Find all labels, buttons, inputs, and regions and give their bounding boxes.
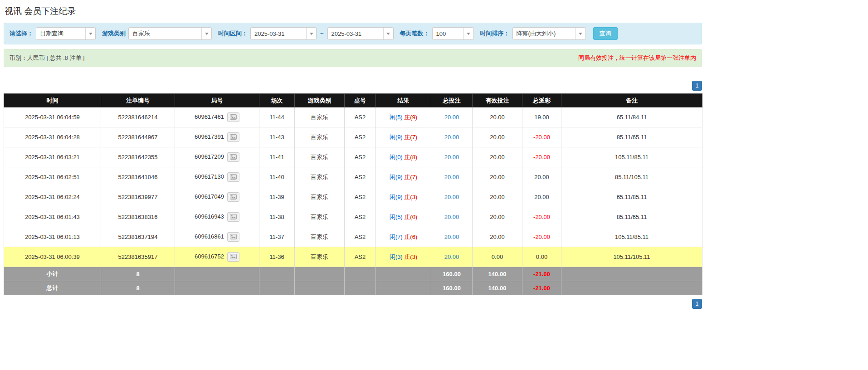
total-bet-link[interactable]: 20.00 [444, 214, 459, 220]
cell-result: 闲(9) 庄(3) [376, 187, 431, 207]
date-to-input[interactable] [328, 28, 383, 39]
cell-payout: -20.00 [522, 207, 561, 227]
sort-input[interactable] [513, 28, 575, 39]
game-type-input[interactable] [129, 28, 201, 39]
header-time: 时间 [4, 94, 101, 107]
footer-payout: -21.00 [522, 281, 561, 295]
cell-note: 85.11/105.11 [561, 167, 702, 187]
table-header-row: 时间 注单编号 局号 场次 游戏类别 桌号 结果 总投注 有效投注 总派彩 备注 [4, 94, 702, 107]
cell-bet-id: 522381646214 [101, 107, 175, 127]
cell-note: 65.11/84.11 [561, 107, 702, 127]
filter-label-sort: 时间排序： [480, 29, 510, 38]
round-id-text: 609617209 [195, 153, 224, 160]
page-title: 视讯 会员下注纪录 [5, 5, 702, 17]
cell-session: 11-39 [259, 187, 295, 207]
footer-count: 8 [101, 281, 175, 295]
footer-empty-note [561, 267, 702, 281]
video-replay-icon[interactable] [227, 172, 239, 182]
cell-result: 闲(5) 庄(0) [376, 207, 431, 227]
cell-note: 85.11/65.11 [561, 207, 702, 227]
cell-total-bet: 20.00 [431, 187, 473, 207]
footer-empty-session [259, 267, 295, 281]
chevron-down-icon[interactable] [383, 28, 393, 39]
result-player: 闲(9) [390, 194, 403, 200]
result-banker: 庄(3) [404, 194, 417, 200]
cell-total-bet: 20.00 [431, 207, 473, 227]
footer-valid-bet: 140.00 [473, 267, 522, 281]
cell-round-id: 609616943 [175, 207, 259, 227]
cell-result: 闲(9) 庄(7) [376, 127, 431, 147]
header-game-type: 游戏类别 [295, 94, 345, 107]
footer-valid-bet: 140.00 [473, 281, 522, 295]
cell-game-type: 百家乐 [295, 167, 345, 187]
query-type-select[interactable] [36, 27, 96, 40]
cell-table-no: AS2 [345, 227, 376, 247]
video-replay-icon[interactable] [227, 132, 239, 142]
cell-game-type: 百家乐 [295, 187, 345, 207]
result-player: 闲(7) [390, 234, 403, 240]
result-banker: 庄(8) [404, 154, 417, 161]
cell-total-bet: 20.00 [431, 127, 473, 147]
cell-table-no: AS2 [345, 147, 376, 167]
filter-label-date-range: 时间区间： [218, 29, 248, 38]
cell-bet-id: 522381635917 [101, 247, 175, 267]
footer-empty-game [295, 281, 345, 295]
date-to-select[interactable] [327, 27, 394, 40]
date-range-separator: ~ [320, 30, 324, 37]
sort-select[interactable] [512, 27, 586, 40]
total-bet-link[interactable]: 20.00 [444, 174, 459, 180]
cell-table-no: AS2 [345, 187, 376, 207]
cell-total-bet: 20.00 [431, 167, 473, 187]
cell-payout: 19.00 [522, 107, 561, 127]
chevron-down-icon[interactable] [575, 28, 585, 39]
total-bet-link[interactable]: 20.00 [444, 194, 459, 200]
date-from-input[interactable] [251, 28, 306, 39]
page-button-1[interactable]: 1 [692, 299, 702, 309]
video-replay-icon[interactable] [227, 252, 239, 262]
filter-label-per-page: 每页笔数： [400, 29, 429, 38]
table-row: 2025-03-31 06:01:43522381638316609616943… [4, 207, 702, 227]
video-replay-icon[interactable] [227, 232, 239, 242]
footer-empty-result [376, 281, 431, 295]
cell-round-id: 609617209 [175, 147, 259, 167]
video-replay-icon[interactable] [227, 112, 239, 122]
cell-valid-bet: 20.00 [473, 187, 522, 207]
table-row: 2025-03-31 06:03:21522381642355609617209… [4, 147, 702, 167]
chevron-down-icon[interactable] [201, 28, 211, 39]
cell-bet-id: 522381644967 [101, 127, 175, 147]
cell-game-type: 百家乐 [295, 107, 345, 127]
cell-time: 2025-03-31 06:02:24 [4, 187, 101, 207]
query-type-input[interactable] [36, 28, 85, 39]
header-result: 结果 [376, 94, 431, 107]
total-bet-link[interactable]: 20.00 [444, 154, 459, 161]
video-replay-icon[interactable] [227, 212, 239, 222]
total-bet-link[interactable]: 20.00 [444, 114, 459, 121]
cell-note: 85.11/65.11 [561, 127, 702, 147]
per-page-input[interactable] [433, 28, 463, 39]
date-from-select[interactable] [250, 27, 317, 40]
page-button-1[interactable]: 1 [692, 81, 702, 91]
video-replay-icon[interactable] [227, 192, 239, 202]
total-bet-link[interactable]: 20.00 [444, 253, 459, 260]
per-page-select[interactable] [432, 27, 474, 40]
filter-label-query-type: 请选择： [10, 29, 33, 38]
total-bet-link[interactable]: 20.00 [444, 234, 459, 240]
footer-count: 8 [101, 267, 175, 281]
footer-empty-result [376, 267, 431, 281]
cell-round-id: 609616752 [175, 247, 259, 267]
result-banker: 庄(0) [404, 214, 417, 220]
header-round-id: 局号 [175, 94, 259, 107]
chevron-down-icon[interactable] [85, 28, 95, 39]
cell-round-id: 609616861 [175, 227, 259, 247]
video-replay-icon[interactable] [227, 152, 239, 162]
game-type-select[interactable] [128, 27, 212, 40]
round-id-text: 609617130 [195, 173, 224, 180]
chevron-down-icon[interactable] [306, 28, 316, 39]
cell-table-no: AS2 [345, 107, 376, 127]
total-bet-link[interactable]: 20.00 [444, 134, 459, 141]
search-button[interactable]: 查询 [593, 27, 618, 40]
cell-result: 闲(7) 庄(6) [376, 227, 431, 247]
pagination-top: 1 [4, 81, 702, 91]
header-table-no: 桌号 [345, 94, 376, 107]
chevron-down-icon[interactable] [463, 28, 473, 39]
